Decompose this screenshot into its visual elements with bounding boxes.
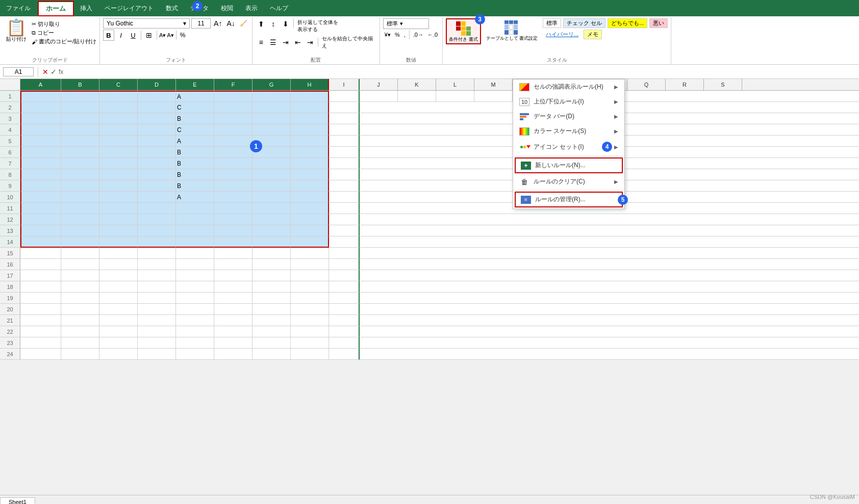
cell-d13[interactable]	[138, 225, 176, 236]
row-num-13[interactable]: 13	[0, 225, 20, 236]
cut-button[interactable]: ✂ 切り取り	[32, 20, 96, 28]
cell-rest14[interactable]	[360, 236, 859, 248]
cell-d8[interactable]	[138, 169, 176, 180]
cell-b9[interactable]	[61, 180, 99, 192]
cell-e12[interactable]	[176, 214, 214, 225]
row-num-24[interactable]: 24	[0, 349, 20, 360]
cell-d4[interactable]	[138, 124, 176, 136]
cell-a4[interactable]	[20, 124, 61, 136]
cell-i6[interactable]	[329, 147, 360, 158]
cell-i12[interactable]	[329, 214, 360, 225]
increase-indent-button[interactable]: ⇥	[305, 37, 316, 48]
cell-i5[interactable]	[329, 136, 360, 147]
align-center-button[interactable]: ☰	[268, 37, 279, 48]
row-num-12[interactable]: 12	[0, 214, 20, 225]
number-format-selector[interactable]: 標準▾	[383, 18, 429, 29]
cell-i7[interactable]	[329, 158, 360, 169]
decrease-decimal-button[interactable]: ←.0	[426, 31, 439, 38]
cell-i2[interactable]	[329, 102, 360, 113]
col-header-f[interactable]: F	[214, 79, 252, 90]
cell-b5[interactable]	[61, 136, 99, 147]
cell-e13[interactable]	[176, 225, 214, 236]
cell-c1[interactable]	[99, 91, 138, 102]
cell-a18[interactable]	[20, 281, 61, 293]
cancel-formula-icon[interactable]: ✕	[42, 68, 48, 76]
copy-button[interactable]: ⧉ コピー	[32, 29, 96, 37]
currency-button[interactable]: ¥▾	[383, 31, 392, 39]
decrease-font-button[interactable]: A↓	[225, 19, 236, 28]
cell-h6[interactable]	[291, 147, 329, 158]
row-num-10[interactable]: 10	[0, 192, 20, 203]
cell-h3[interactable]	[291, 113, 329, 124]
data-bar-menu-item[interactable]: データ バー(D) ▶	[513, 109, 624, 124]
row-num-1[interactable]: 1	[0, 91, 20, 102]
col-header-d[interactable]: D	[138, 79, 176, 90]
cell-g2[interactable]	[252, 102, 291, 113]
cell-a10[interactable]	[20, 192, 61, 203]
cell-c13[interactable]	[99, 225, 138, 236]
tab-page-layout[interactable]: ページレイアウト	[98, 2, 160, 15]
border-button[interactable]: ⊞	[143, 30, 155, 41]
cell-f13[interactable]	[214, 225, 252, 236]
cell-c14[interactable]	[99, 236, 138, 248]
cell-f1[interactable]	[214, 91, 252, 102]
align-top-button[interactable]: ⬆	[256, 18, 267, 30]
row-num-2[interactable]: 2	[0, 102, 20, 113]
bold-button[interactable]: B	[103, 30, 114, 41]
standard-style-cell[interactable]: 標準	[543, 18, 561, 28]
cell-l1[interactable]	[436, 91, 474, 102]
tab-insert[interactable]: 挿入	[74, 2, 98, 15]
row-num-6[interactable]: 6	[0, 147, 20, 158]
cell-e8[interactable]: B	[176, 169, 214, 180]
col-header-l[interactable]: L	[436, 79, 474, 90]
row-num-7[interactable]: 7	[0, 158, 20, 169]
font-color-button[interactable]: A▾	[167, 32, 173, 39]
cell-b2[interactable]	[61, 102, 99, 113]
manage-rule-menu-item[interactable]: ≡ ルールの管理(R)... 5	[515, 192, 623, 207]
cell-e11[interactable]	[176, 203, 214, 214]
row-num-4[interactable]: 4	[0, 124, 20, 136]
cell-e9[interactable]: B	[176, 180, 214, 192]
decrease-indent-button[interactable]: ⇤	[292, 37, 304, 48]
font-name-selector[interactable]: Yu Gothic ▾	[103, 18, 190, 29]
cell-b12[interactable]	[61, 214, 99, 225]
cell-i3[interactable]	[329, 113, 360, 124]
row-num-18[interactable]: 18	[0, 281, 20, 293]
cell-a24[interactable]	[20, 349, 61, 360]
fill-color-button[interactable]: A▾	[159, 32, 166, 39]
cell-f3[interactable]	[214, 113, 252, 124]
cell-f6[interactable]	[214, 147, 252, 158]
cell-e10[interactable]: A	[176, 192, 214, 203]
cell-reference[interactable]: A1	[3, 67, 34, 76]
cell-b4[interactable]	[61, 124, 99, 136]
cell-c12[interactable]	[99, 214, 138, 225]
row-num-15[interactable]: 15	[0, 248, 20, 259]
tab-data[interactable]: データ	[184, 2, 215, 15]
cell-h14[interactable]	[291, 236, 329, 248]
color-scale-menu-item[interactable]: カラー スケール(S) ▶	[513, 124, 624, 139]
cell-d14[interactable]	[138, 236, 176, 248]
row-num-22[interactable]: 22	[0, 326, 20, 337]
cell-a23[interactable]	[20, 337, 61, 349]
icon-set-menu-item[interactable]: アイコン セット(I) 4 ▶	[513, 139, 624, 155]
cell-f14[interactable]	[214, 236, 252, 248]
cell-c8[interactable]	[99, 169, 138, 180]
increase-decimal-button[interactable]: .0→	[412, 31, 425, 38]
cell-i11[interactable]	[329, 203, 360, 214]
merge-center-button[interactable]: セルを結合して中央揃え	[320, 35, 376, 50]
cell-a20[interactable]	[20, 304, 61, 315]
cell-f9[interactable]	[214, 180, 252, 192]
formula-input[interactable]	[65, 71, 856, 72]
cell-f10[interactable]	[214, 192, 252, 203]
col-header-k[interactable]: K	[398, 79, 436, 90]
new-rule-menu-item[interactable]: + 新しいルール(N)...	[515, 157, 623, 173]
cell-f8[interactable]	[214, 169, 252, 180]
cell-c5[interactable]	[99, 136, 138, 147]
cell-c3[interactable]	[99, 113, 138, 124]
cell-rest12[interactable]	[360, 214, 859, 225]
cell-g7[interactable]	[252, 158, 291, 169]
cell-h5[interactable]	[291, 136, 329, 147]
cell-a2[interactable]	[20, 102, 61, 113]
cell-b3[interactable]	[61, 113, 99, 124]
confirm-formula-icon[interactable]: ✓	[50, 68, 57, 76]
